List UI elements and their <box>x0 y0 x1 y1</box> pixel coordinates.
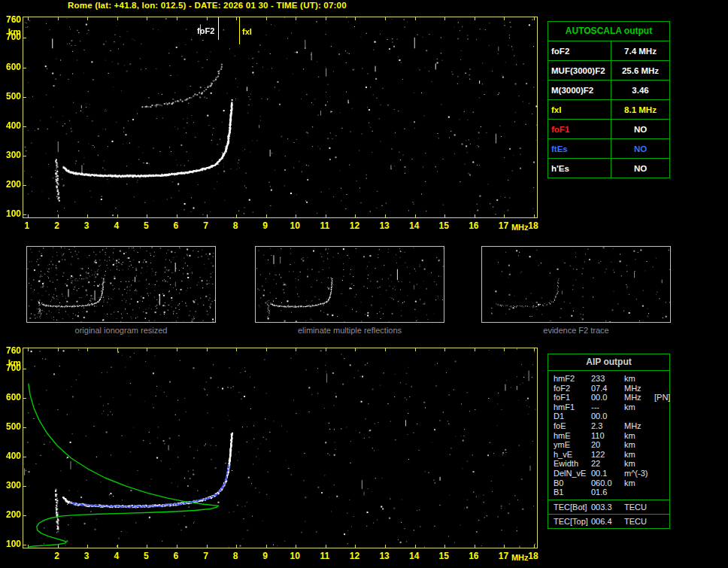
autoscala-param-label: foF2 <box>548 41 611 60</box>
y-tick-600: 600 <box>2 62 21 71</box>
aip-param-extra <box>654 421 669 431</box>
autoscala-param-value: 3.46 <box>611 80 669 99</box>
aip-param-value: 00.0 <box>591 412 624 421</box>
aip-row-5: foE2.3MHz <box>554 421 669 431</box>
aip-param-extra <box>654 402 669 412</box>
x-tick-5: 5 <box>138 551 154 560</box>
aip-param-extra <box>654 517 669 527</box>
autoscala-param-value: 7.4 MHz <box>611 41 669 60</box>
x-axis-unit: MHz <box>509 223 530 232</box>
aip-param-value: 006.4 <box>591 517 624 527</box>
aip-row-2: foF100.0MHz[PN] <box>554 393 669 402</box>
aip-param-name: D1 <box>554 412 591 421</box>
thumb-caption-f2-trace: evidence F2 trace <box>481 326 671 335</box>
x-tick-4: 4 <box>108 551 125 560</box>
aip-row-12: B101.6 <box>554 488 669 497</box>
aip-param-unit: km <box>624 374 654 384</box>
aip-param-value: 233 <box>591 374 624 384</box>
aip-param-unit: m^(-3) <box>624 469 654 478</box>
aip-param-unit <box>624 412 654 421</box>
aip-row-9: Ewidth22km <box>554 459 669 469</box>
aip-param-value: 07.4 <box>591 384 624 393</box>
x-tick-13: 13 <box>376 551 393 560</box>
x-tick-7: 7 <box>198 221 214 230</box>
autoscala-row-6: h'EsNO <box>548 158 669 178</box>
aip-param-name: B1 <box>554 488 591 497</box>
autoscala-param-label: fxI <box>548 100 611 119</box>
aip-param-value: 2.3 <box>591 421 624 431</box>
autoscala-output-table: AUTOSCALA output foF27.4 MHzMUF(3000)F22… <box>548 21 670 178</box>
y-tick-100: 100 <box>2 209 21 218</box>
aip-param-unit: MHz <box>624 393 654 402</box>
autoscala-table-rows: foF27.4 MHzMUF(3000)F225.6 MHzM(3000)F23… <box>548 41 669 178</box>
x-tick-1: 1 <box>19 221 35 230</box>
aip-row-7: ymE20km <box>554 440 669 450</box>
fof2-marker-label: foF2 <box>186 27 214 35</box>
x-tick-16: 16 <box>466 221 482 230</box>
aip-param-extra <box>654 450 669 460</box>
autoscala-window: Rome (lat: +41.8, lon: 012.5) - DATE: 20… <box>0 0 728 568</box>
aip-param-extra <box>654 503 669 512</box>
aip-param-extra <box>654 469 669 478</box>
aip-param-name: Ewidth <box>554 459 591 469</box>
aip-param-unit: km <box>624 431 654 441</box>
autoscala-param-value: NO <box>611 139 669 158</box>
x-tick-2: 2 <box>49 221 65 230</box>
aip-param-value: 20 <box>591 440 624 450</box>
autoscala-row-1: MUF(3000)F225.6 MHz <box>548 60 669 80</box>
y-tick-600: 600 <box>2 393 21 402</box>
aip-param-name: hmF1 <box>554 402 591 412</box>
aip-param-unit <box>624 488 654 497</box>
autoscala-param-value: 8.1 MHz <box>611 100 669 119</box>
y-axis-unit: km <box>2 359 21 368</box>
x-tick-9: 9 <box>257 221 274 230</box>
x-tick-6: 6 <box>168 221 184 230</box>
aip-param-extra <box>654 440 669 450</box>
x-tick-2: 2 <box>49 551 65 560</box>
x-tick-3: 3 <box>78 221 95 230</box>
autoscala-row-2: M(3000)F23.46 <box>548 80 669 99</box>
aip-param-value: --- <box>591 402 624 412</box>
thumb-original-ionogram <box>26 246 216 323</box>
aip-param-value: 00.0 <box>591 393 624 402</box>
y-tick-100: 100 <box>2 539 21 548</box>
autoscaled-ionogram-plot <box>23 348 538 548</box>
thumb-f2-trace-canvas <box>482 247 670 322</box>
y-tick-760: 760 <box>2 15 21 24</box>
aip-row-14: TEC[Top]006.4TECU <box>554 517 669 527</box>
aip-param-value: 122 <box>591 450 624 460</box>
aip-row-1: foF207.4MHz <box>554 384 669 393</box>
autoscala-param-label: ftEs <box>548 139 611 158</box>
x-tick-9: 9 <box>257 551 274 560</box>
aip-param-name: TEC[Bot] <box>554 503 591 512</box>
y-tick-760: 760 <box>2 346 21 355</box>
thumb-original-canvas <box>27 247 215 322</box>
aip-param-extra <box>654 459 669 469</box>
x-tick-3: 3 <box>78 551 95 560</box>
x-tick-12: 12 <box>346 221 362 230</box>
aip-output-table: AIP output hmF2233kmfoF207.4MHzfoF100.0M… <box>548 354 670 529</box>
aip-param-extra <box>654 384 669 393</box>
aip-row-0: hmF2233km <box>554 374 669 384</box>
aip-param-name: hmF2 <box>554 374 591 384</box>
aip-param-name: foE <box>554 421 591 431</box>
x-tick-5: 5 <box>138 221 154 230</box>
thumb-f2-trace <box>481 246 671 323</box>
y-tick-400: 400 <box>2 121 21 130</box>
y-axis-unit: km <box>2 28 21 37</box>
aip-param-unit: km <box>624 440 654 450</box>
x-tick-12: 12 <box>346 551 362 560</box>
thumb-caption-original: original ionogram resized <box>26 326 216 335</box>
aip-param-name: foF1 <box>554 393 591 402</box>
x-tick-4: 4 <box>108 221 125 230</box>
aip-param-name: ymE <box>554 440 591 450</box>
autoscala-table-title: AUTOSCALA output <box>548 22 669 41</box>
aip-row-6: hmE110km <box>554 431 669 441</box>
aip-param-extra <box>654 488 669 497</box>
header-title: Rome (lat: +41.8, lon: 012.5) - DATE: 20… <box>68 1 347 10</box>
y-tick-300: 300 <box>2 481 21 490</box>
aip-param-unit: MHz <box>624 421 654 431</box>
aip-param-extra <box>654 412 669 421</box>
aip-param-extra <box>654 431 669 441</box>
recorded-ionogram-canvas <box>23 17 537 217</box>
